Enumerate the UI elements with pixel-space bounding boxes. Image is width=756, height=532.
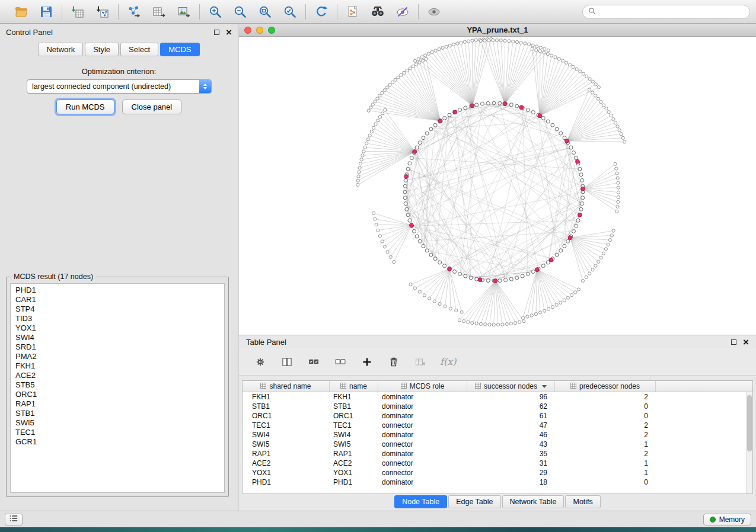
cell[interactable]: connector bbox=[378, 440, 467, 448]
diff-network-icon[interactable] bbox=[395, 4, 410, 20]
cell[interactable]: 0 bbox=[555, 478, 656, 486]
cell[interactable]: FKH1 bbox=[330, 393, 378, 401]
column-header-MCDS-role[interactable]: MCDS role bbox=[378, 381, 467, 392]
import-table-icon[interactable] bbox=[70, 4, 85, 20]
deselect-all-icon[interactable] bbox=[333, 355, 347, 369]
table-row[interactable]: PHD1PHD1dominator180 bbox=[243, 477, 752, 487]
split-columns-icon[interactable] bbox=[280, 355, 294, 369]
run-mcds-button[interactable]: Run MCDS bbox=[56, 100, 114, 114]
table-row[interactable]: TEC1TEC1connector472 bbox=[243, 421, 752, 430]
table-row[interactable]: YOX1YOX1connector291 bbox=[243, 468, 752, 477]
result-node[interactable]: SWI4 bbox=[11, 333, 224, 342]
cell[interactable]: 35 bbox=[467, 450, 555, 458]
network-titlebar[interactable]: YPA_prune.txt_1 bbox=[239, 24, 756, 37]
cell[interactable]: ORC1 bbox=[243, 412, 330, 420]
close-window-icon[interactable] bbox=[244, 27, 251, 34]
cell[interactable]: STB1 bbox=[243, 402, 330, 411]
result-node[interactable]: GCR1 bbox=[11, 437, 224, 447]
result-node[interactable]: CAR1 bbox=[11, 295, 224, 305]
show-graphics-icon[interactable] bbox=[426, 4, 442, 20]
cell[interactable]: dominator bbox=[378, 402, 467, 411]
table-row[interactable]: SWI4SWI4dominator462 bbox=[243, 430, 752, 440]
cell[interactable]: 1 bbox=[555, 440, 656, 448]
float-window-icon[interactable] bbox=[214, 30, 219, 35]
table-row[interactable]: ORC1ORC1dominator610 bbox=[243, 411, 752, 421]
tab-node-table[interactable]: Node Table bbox=[394, 495, 447, 508]
table-row[interactable]: ACE2ACE2connector311 bbox=[243, 459, 752, 468]
close-panel-icon[interactable]: × bbox=[226, 27, 232, 37]
memory-button[interactable]: Memory bbox=[703, 514, 751, 525]
float-table-panel-icon[interactable] bbox=[731, 339, 736, 345]
table-row[interactable]: FKH1FKH1dominator962 bbox=[243, 392, 752, 402]
close-panel-button[interactable]: Close panel bbox=[122, 100, 182, 114]
import-network-icon[interactable] bbox=[95, 4, 110, 20]
result-node[interactable]: YOX1 bbox=[11, 323, 224, 333]
delete-row-icon[interactable] bbox=[387, 355, 401, 369]
result-node[interactable]: PHD1 bbox=[11, 286, 224, 295]
cell[interactable]: 1 bbox=[555, 459, 656, 467]
cell[interactable]: dominator bbox=[378, 412, 467, 420]
cell[interactable]: SWI5 bbox=[330, 440, 378, 448]
cell[interactable]: 29 bbox=[467, 469, 555, 477]
cell[interactable]: dominator bbox=[378, 450, 467, 458]
refresh-icon[interactable] bbox=[314, 4, 329, 20]
zoom-out-icon[interactable] bbox=[232, 4, 248, 20]
result-node[interactable]: TEC1 bbox=[11, 428, 224, 437]
column-header-successor-nodes[interactable]: successor nodes bbox=[467, 381, 555, 392]
status-menu-button[interactable] bbox=[5, 514, 23, 525]
column-header-name[interactable]: name bbox=[330, 381, 378, 392]
result-node[interactable]: ORC1 bbox=[11, 390, 224, 399]
table-scrollbar-thumb[interactable] bbox=[747, 395, 752, 451]
cell[interactable]: 0 bbox=[555, 402, 656, 411]
mcds-result-list[interactable]: PHD1CAR1STP4TID3YOX1SWI4SRD1PMA2FKH1ACE2… bbox=[10, 283, 225, 493]
table-row[interactable]: SWI5SWI5connector431 bbox=[243, 440, 752, 449]
tab-mcds[interactable]: MCDS bbox=[160, 43, 199, 56]
tab-network-table[interactable]: Network Table bbox=[502, 495, 564, 508]
cell[interactable]: YOX1 bbox=[243, 469, 330, 477]
cell[interactable]: dominator bbox=[378, 393, 467, 401]
result-node[interactable]: PMA2 bbox=[11, 352, 224, 361]
result-node[interactable]: SWI5 bbox=[11, 418, 224, 428]
result-node[interactable]: FKH1 bbox=[11, 361, 224, 371]
cell[interactable]: SWI4 bbox=[243, 431, 330, 439]
cell[interactable]: ACE2 bbox=[243, 459, 330, 467]
table-scrollbar[interactable] bbox=[746, 392, 752, 493]
result-node[interactable]: STB1 bbox=[11, 409, 224, 418]
delete-table-icon[interactable] bbox=[413, 355, 428, 369]
search-box[interactable] bbox=[582, 5, 750, 19]
cell[interactable]: 1 bbox=[555, 469, 656, 477]
cell[interactable]: ACE2 bbox=[330, 459, 378, 467]
column-header-shared-name[interactable]: shared name bbox=[243, 381, 330, 392]
tab-network[interactable]: Network bbox=[38, 43, 83, 56]
optimization-dropdown[interactable]: largest connected component (undirected) bbox=[27, 79, 212, 94]
search-input[interactable] bbox=[599, 8, 744, 16]
cell[interactable]: 96 bbox=[467, 393, 555, 401]
add-column-icon[interactable] bbox=[360, 355, 374, 369]
function-builder-icon[interactable]: f(x) bbox=[440, 356, 456, 367]
cell[interactable]: 2 bbox=[555, 421, 656, 430]
cell[interactable]: 61 bbox=[467, 412, 555, 420]
column-menu-caret-icon[interactable] bbox=[542, 385, 547, 388]
result-node[interactable]: TID3 bbox=[11, 314, 224, 323]
cell[interactable]: connector bbox=[378, 469, 467, 477]
cell[interactable]: PHD1 bbox=[330, 478, 378, 486]
column-header-predecessor-nodes[interactable]: predecessor nodes bbox=[555, 381, 656, 392]
share-document-icon[interactable] bbox=[345, 4, 361, 20]
cell[interactable]: dominator bbox=[378, 431, 467, 439]
tab-style[interactable]: Style bbox=[85, 43, 119, 56]
cell[interactable]: RAP1 bbox=[330, 450, 378, 458]
gear-icon[interactable] bbox=[253, 355, 267, 369]
save-icon[interactable] bbox=[39, 4, 54, 20]
cell[interactable]: dominator bbox=[378, 478, 467, 486]
export-image-icon[interactable] bbox=[176, 4, 192, 20]
tab-motifs[interactable]: Motifs bbox=[565, 495, 600, 508]
export-network-icon[interactable] bbox=[126, 4, 142, 20]
cell[interactable]: 46 bbox=[467, 431, 555, 439]
result-node[interactable]: STB5 bbox=[11, 380, 224, 390]
result-node[interactable]: ACE2 bbox=[11, 371, 224, 380]
tab-edge-table[interactable]: Edge Table bbox=[448, 495, 500, 508]
cell[interactable]: TEC1 bbox=[330, 421, 378, 430]
cell[interactable]: SWI4 bbox=[330, 431, 378, 439]
cell[interactable]: 31 bbox=[467, 459, 555, 467]
cell[interactable]: connector bbox=[378, 421, 467, 430]
